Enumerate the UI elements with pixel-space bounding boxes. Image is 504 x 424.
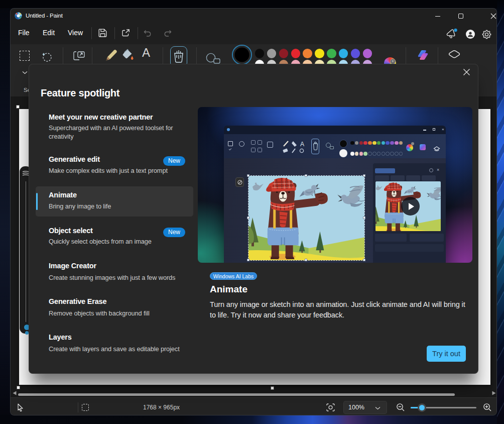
svg-text:A: A [300,141,304,148]
